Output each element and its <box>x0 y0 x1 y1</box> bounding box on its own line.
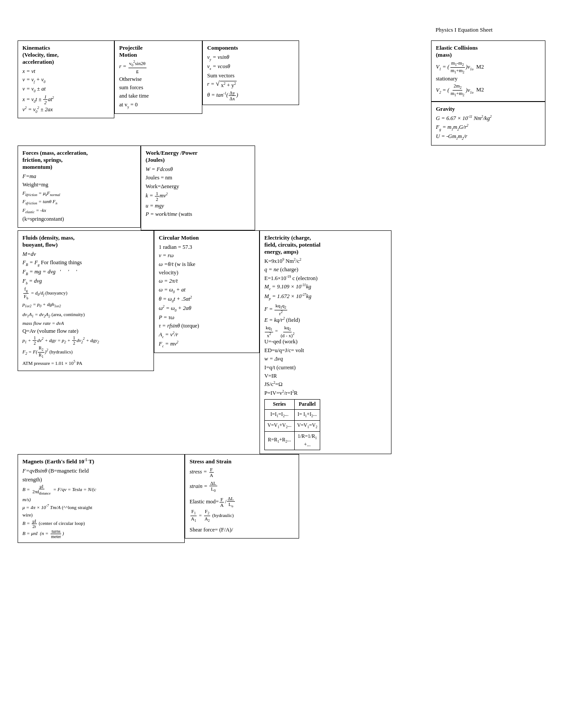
stress-content: stress = FA strain = ΔLL0 Elastic mod=FA… <box>190 467 294 535</box>
elastic-title: Elastic Collisions(mass) <box>436 44 541 58</box>
kinematics-title: Kinematics(Velocity, time,acceleration) <box>22 44 110 66</box>
components-content: vy = vsinθ vx = vcosθ Sum vectors r = √x… <box>207 53 294 101</box>
box-fluids: Fluids (density, mass,buoyant, flow) M=d… <box>18 230 154 371</box>
elastic-content: V1 = (m1-m2m1+m2)v1o M2 stationary V2 = … <box>436 60 541 98</box>
fluids-content: M=dv FB = Fg For floating things FB = mg… <box>22 250 149 367</box>
right-col-row1: Elastic Collisions(mass) V1 = (m1-m2m1+m… <box>431 40 545 146</box>
stress-title: Stress and Strain <box>190 458 294 465</box>
magnets-content: F=qvBsinθ (B=magnetic fieldstrength) B =… <box>22 467 180 539</box>
box-gravity: Gravity G = 6.67 × 10-11 Nm2/kg2 Fg = m1… <box>431 102 545 145</box>
magnets-title: Magnets (Earth's field 10-5 T) <box>22 458 180 465</box>
box-elastic-collisions: Elastic Collisions(mass) V1 = (m1-m2m1+m… <box>431 40 545 102</box>
forces-content: F=ma Weight=mg Fkfriction = μkFnormal Fs… <box>22 172 136 224</box>
parallel-resistance: 1/R=1/R1+... <box>294 431 320 450</box>
box-magnets: Magnets (Earth's field 10-5 T) F=qvBsinθ… <box>18 454 185 543</box>
circuit-table: Series Parallel I=I1=I2... I= I1+I2... V… <box>264 399 320 450</box>
box-stress-strain: Stress and Strain stress = FA strain = Δ… <box>185 454 299 539</box>
series-voltage: V=V1+V2... <box>265 420 295 431</box>
box-electricity: Electricity (charge,field, circuits, pot… <box>260 230 391 454</box>
gravity-content: G = 6.67 × 10-11 Nm2/kg2 Fg = m1m2G/r2 U… <box>436 114 541 141</box>
page-wrapper: Physics I Equation Sheet Kinematics(Velo… <box>18 26 545 543</box>
components-title: Components <box>207 44 294 51</box>
work-content: W = Fdcosθ Joules = nm Work=Δenergy k = … <box>146 165 250 226</box>
series-resistance: R=R1+R2... <box>265 431 295 450</box>
kinematics-content: x = vt v = vf + v0 v = v0 ± at x = v0t ±… <box>22 67 110 114</box>
projectile-title: ProjectileMotion <box>119 44 197 58</box>
parallel-voltage: V=V1=V2 <box>294 420 320 431</box>
work-title: Work/Energy /Power(Joules) <box>146 149 250 164</box>
electricity-title: Electricity (charge,field, circuits, pot… <box>264 234 387 255</box>
fluids-title: Fluids (density, mass,buoyant, flow) <box>22 234 149 248</box>
row-2: Forces (mass, acceleration,friction, spr… <box>18 146 545 230</box>
row-1: Kinematics(Velocity, time,acceleration) … <box>18 40 545 146</box>
box-forces: Forces (mass, acceleration,friction, spr… <box>18 146 141 228</box>
box-circular: Circular Motion 1 radian = 57.3 v = rω ω… <box>154 230 260 353</box>
parallel-current: I= I1+I2... <box>294 410 320 421</box>
electricity-content: K=9x109 Nm2/c2 q = ne (charge) E=1.6×10-… <box>264 257 387 450</box>
circular-content: 1 radian = 57.3 v = rω ω =θ/t (w is like… <box>159 243 255 349</box>
forces-title: Forces (mass, acceleration,friction, spr… <box>22 149 136 171</box>
row-4: Magnets (Earth's field 10-5 T) F=qvBsinθ… <box>18 454 545 543</box>
box-components: Components vy = vsinθ vx = vcosθ Sum vec… <box>202 40 299 105</box>
projectile-content: r = v02sin2θg Otherwisesum forcesand tak… <box>119 60 197 110</box>
parallel-header: Parallel <box>294 400 320 410</box>
gravity-title: Gravity <box>436 106 541 113</box>
row-3: Fluids (density, mass,buoyant, flow) M=d… <box>18 230 545 454</box>
box-kinematics: Kinematics(Velocity, time,acceleration) … <box>18 40 114 118</box>
series-current: I=I1=I2... <box>265 410 295 421</box>
box-projectile: ProjectileMotion r = v02sin2θg Otherwise… <box>114 40 202 114</box>
series-header: Series <box>265 400 295 410</box>
main-layout: Kinematics(Velocity, time,acceleration) … <box>18 40 545 543</box>
page-title: Physics I Equation Sheet <box>18 26 545 33</box>
box-work-energy: Work/Energy /Power(Joules) W = Fdcosθ Jo… <box>141 146 255 230</box>
circular-title: Circular Motion <box>159 234 255 241</box>
